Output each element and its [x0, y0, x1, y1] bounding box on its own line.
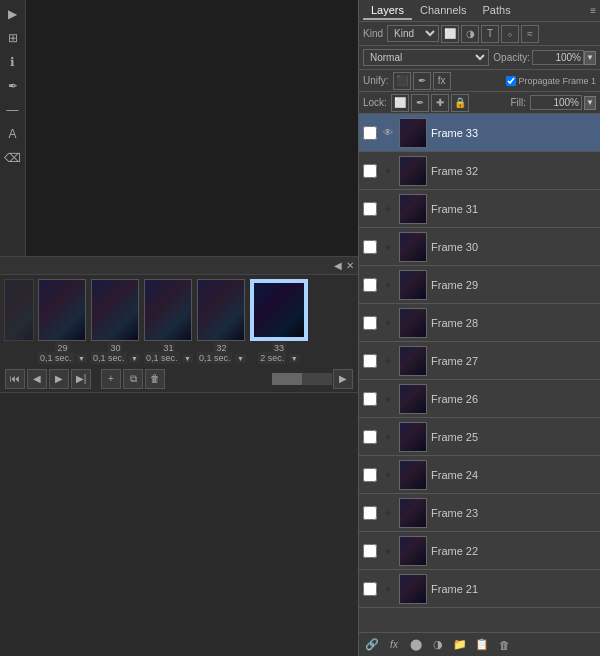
tab-paths[interactable]: Paths: [475, 2, 519, 20]
opacity-input[interactable]: [532, 50, 584, 65]
frame-thumb-early[interactable]: [4, 279, 34, 341]
fx-icon[interactable]: fx: [385, 636, 403, 654]
toolbar-eraser-btn[interactable]: ⌫: [2, 147, 24, 169]
layer-21-eye[interactable]: ●: [380, 581, 396, 597]
layer-32-checkbox[interactable]: [363, 164, 377, 178]
layer-25-name: Frame 25: [431, 431, 596, 443]
timeline-back-btn[interactable]: ⏮: [5, 369, 25, 389]
timeline-collapse-icon[interactable]: ◀: [334, 260, 342, 271]
layer-31-eye[interactable]: ●: [380, 201, 396, 217]
frame-thumb-30[interactable]: 30 0,1 sec. ▼: [91, 279, 140, 363]
layer-item-22[interactable]: ● Frame 22: [359, 532, 600, 570]
layer-29-checkbox[interactable]: [363, 278, 377, 292]
layer-item-28[interactable]: ● Frame 28: [359, 304, 600, 342]
lock-pos-icon[interactable]: ✚: [431, 94, 449, 112]
toolbar-play-btn[interactable]: ▶: [2, 3, 24, 25]
link-icon[interactable]: 🔗: [363, 636, 381, 654]
layer-22-checkbox[interactable]: [363, 544, 377, 558]
layer-32-thumb: [399, 156, 427, 186]
layer-26-checkbox[interactable]: [363, 392, 377, 406]
toolbar-info-btn[interactable]: ℹ: [2, 51, 24, 73]
kind-pixel-icon[interactable]: ⬜: [441, 25, 459, 43]
layer-23-eye[interactable]: ●: [380, 505, 396, 521]
tab-layers[interactable]: Layers: [363, 2, 412, 20]
layer-25-checkbox[interactable]: [363, 430, 377, 444]
timeline-scroll-right[interactable]: ▶: [333, 369, 353, 389]
layer-28-checkbox[interactable]: [363, 316, 377, 330]
layer-32-eye[interactable]: ●: [380, 163, 396, 179]
timeline-del-btn[interactable]: 🗑: [145, 369, 165, 389]
fill-input[interactable]: [530, 95, 582, 110]
toolbar-line-btn[interactable]: —: [2, 99, 24, 121]
fill-dropdown[interactable]: ▼: [584, 96, 596, 110]
blend-mode-select[interactable]: Normal: [363, 49, 489, 66]
layer-31-checkbox[interactable]: [363, 202, 377, 216]
propagate-checkbox[interactable]: [506, 76, 516, 86]
toolbar-text-btn[interactable]: A: [2, 123, 24, 145]
layer-33-eye[interactable]: 👁: [380, 125, 396, 141]
unify-icon-3[interactable]: fx: [433, 72, 451, 90]
panel-tabs: Layers Channels Paths ≡: [359, 0, 600, 22]
unify-icon-2[interactable]: ✒: [413, 72, 431, 90]
layer-item-31[interactable]: ● Frame 31: [359, 190, 600, 228]
layer-24-checkbox[interactable]: [363, 468, 377, 482]
lock-all-icon[interactable]: 🔒: [451, 94, 469, 112]
add-mask-icon[interactable]: ⬤: [407, 636, 425, 654]
timeline-prev-btn[interactable]: ◀: [27, 369, 47, 389]
tab-channels[interactable]: Channels: [412, 2, 474, 20]
layer-33-name: Frame 33: [431, 127, 596, 139]
frame-thumb-32[interactable]: 32 0,1 sec. ▼: [197, 279, 246, 363]
layer-33-checkbox[interactable]: [363, 126, 377, 140]
layer-item-27[interactable]: ● Frame 27: [359, 342, 600, 380]
kind-adjust-icon[interactable]: ◑: [461, 25, 479, 43]
layer-30-eye[interactable]: ●: [380, 239, 396, 255]
layer-item-25[interactable]: ● Frame 25: [359, 418, 600, 456]
layer-item-32[interactable]: ● Frame 32: [359, 152, 600, 190]
timeline-add-btn[interactable]: +: [101, 369, 121, 389]
layer-item-23[interactable]: ● Frame 23: [359, 494, 600, 532]
lock-pixel-icon[interactable]: ⬜: [391, 94, 409, 112]
layer-21-checkbox[interactable]: [363, 582, 377, 596]
frame-thumb-31[interactable]: 31 0,1 sec. ▼: [144, 279, 193, 363]
layer-25-eye[interactable]: ●: [380, 429, 396, 445]
new-group-icon[interactable]: 📁: [451, 636, 469, 654]
layer-22-eye[interactable]: ●: [380, 543, 396, 559]
layer-item-33[interactable]: 👁 Frame 33: [359, 114, 600, 152]
panel-menu-icon[interactable]: ≡: [590, 5, 596, 16]
frame-thumb-29[interactable]: 29 0,1 sec. ▼: [38, 279, 87, 363]
layer-33-thumb: [399, 118, 427, 148]
timeline-play-btn[interactable]: ▶: [49, 369, 69, 389]
layer-30-checkbox[interactable]: [363, 240, 377, 254]
layer-27-eye[interactable]: ●: [380, 353, 396, 369]
layer-26-eye[interactable]: ●: [380, 391, 396, 407]
layers-list[interactable]: 👁 Frame 33 ● Frame 32 ● Frame 31: [359, 114, 600, 632]
layer-32-name: Frame 32: [431, 165, 596, 177]
layer-item-26[interactable]: ● Frame 26: [359, 380, 600, 418]
layer-item-29[interactable]: ● Frame 29: [359, 266, 600, 304]
adjustment-icon[interactable]: ◑: [429, 636, 447, 654]
layer-29-eye[interactable]: ●: [380, 277, 396, 293]
kind-select[interactable]: Kind: [387, 25, 439, 42]
layer-28-eye[interactable]: ●: [380, 315, 396, 331]
layer-item-21[interactable]: ● Frame 21: [359, 570, 600, 608]
kind-smart-icon[interactable]: ≈: [521, 25, 539, 43]
layer-item-24[interactable]: ● Frame 24: [359, 456, 600, 494]
timeline-next-btn[interactable]: ▶|: [71, 369, 91, 389]
layer-27-checkbox[interactable]: [363, 354, 377, 368]
toolbar-brush-btn[interactable]: ✒: [2, 75, 24, 97]
timeline-menu-icon[interactable]: ✕: [346, 260, 354, 271]
layer-item-30[interactable]: ● Frame 30: [359, 228, 600, 266]
kind-shape-icon[interactable]: ⬦: [501, 25, 519, 43]
lock-row: Lock: ⬜ ✒ ✚ 🔒 Fill: ▼: [359, 92, 600, 114]
layer-24-eye[interactable]: ●: [380, 467, 396, 483]
lock-gradient-icon[interactable]: ✒: [411, 94, 429, 112]
layer-23-checkbox[interactable]: [363, 506, 377, 520]
opacity-dropdown[interactable]: ▼: [584, 51, 596, 65]
kind-type-icon[interactable]: T: [481, 25, 499, 43]
unify-icon-1[interactable]: ⬛: [393, 72, 411, 90]
new-layer-icon[interactable]: 📋: [473, 636, 491, 654]
toolbar-grid-btn[interactable]: ⊞: [2, 27, 24, 49]
frame-thumb-33[interactable]: 33 2 sec. ▼: [250, 279, 308, 363]
delete-layer-icon[interactable]: 🗑: [495, 636, 513, 654]
timeline-dup-btn[interactable]: ⧉: [123, 369, 143, 389]
